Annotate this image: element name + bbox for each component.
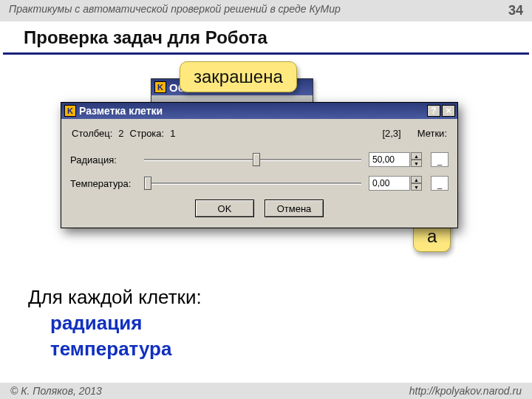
page-title: Проверка задач для Робота	[3, 21, 529, 55]
chevron-down-icon: ▼	[411, 160, 422, 167]
radiation-label: Радиация:	[70, 154, 137, 166]
kw-radiation: радиация	[50, 310, 202, 336]
column-value: 2	[118, 128, 123, 139]
tagline: Практикумы с автоматической проверкой ре…	[9, 3, 341, 18]
coords-row: Столбец: 2 Строка: 1 [2,3] Метки:	[70, 128, 449, 139]
radiation-spinner[interactable]: ▲▼	[411, 152, 422, 167]
cell-markup-dialog: K Разметка клетки ? × Столбец: 2 Строка:…	[61, 102, 458, 228]
row-label: Строка:	[130, 128, 165, 139]
ok-button[interactable]: OK	[195, 200, 254, 217]
close-button[interactable]: ×	[442, 105, 455, 117]
row-value: 1	[170, 128, 175, 139]
temperature-label: Температура:	[70, 178, 137, 189]
dialog-title: Разметка клетки	[79, 105, 426, 117]
temperature-spinner[interactable]: ▲▼	[411, 176, 422, 191]
temperature-slider[interactable]	[144, 177, 361, 190]
radiation-mark[interactable]: _	[431, 152, 449, 167]
copyright: © К. Поляков, 2013	[10, 385, 102, 397]
coord-pair: [2,3]	[382, 128, 400, 139]
page-number: 34	[508, 3, 523, 18]
app-icon: K	[64, 105, 76, 117]
radiation-row: Радиация: ▲▼ _	[70, 152, 449, 167]
temperature-row: Температура: ▲▼ _	[70, 176, 449, 191]
marks-label: Метки:	[417, 128, 447, 139]
cancel-button[interactable]: Отмена	[265, 200, 324, 217]
chevron-up-icon: ▲	[411, 152, 422, 160]
app-icon: K	[154, 81, 166, 93]
bottom-lead: Для каждой клетки:	[28, 286, 202, 308]
chevron-up-icon: ▲	[411, 176, 422, 183]
radiation-input[interactable]	[369, 152, 410, 167]
column-label: Столбец:	[72, 128, 112, 139]
slide-footer: © К. Поляков, 2013 http://kpolyakov.naro…	[0, 383, 532, 399]
slide-header: Практикумы с автоматической проверкой ре…	[0, 0, 532, 21]
chevron-down-icon: ▼	[411, 183, 422, 191]
kw-temperature: температура	[50, 336, 202, 362]
bottom-text: Для каждой клетки: радиация температура	[28, 284, 202, 362]
temperature-input[interactable]	[369, 176, 410, 191]
radiation-slider[interactable]	[144, 153, 361, 166]
help-button[interactable]: ?	[427, 105, 440, 117]
temperature-mark[interactable]: _	[431, 176, 449, 191]
dialog-titlebar[interactable]: K Разметка клетки ? ×	[61, 103, 457, 119]
callout-zakrashena: закрашена	[180, 61, 297, 92]
footer-url: http://kpolyakov.narod.ru	[409, 385, 522, 397]
